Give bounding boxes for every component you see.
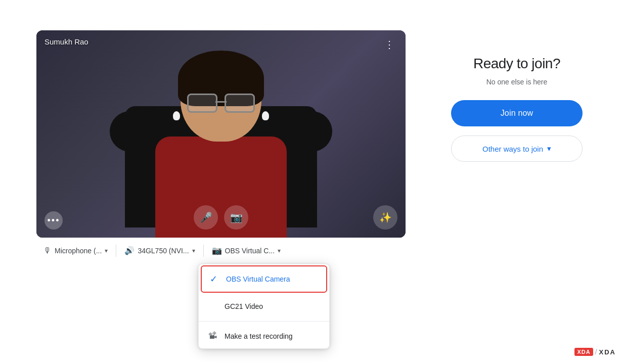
dropdown-divider — [199, 321, 329, 322]
camera-label: OBS Virtual C... — [225, 247, 275, 255]
camera-icon: 📷 — [230, 211, 243, 223]
speaker-selector[interactable]: 🔊 34GL750 (NVI... ▾ — [119, 243, 200, 258]
microphone-selector[interactable]: 🎙 Microphone (... ▾ — [38, 243, 113, 258]
camera-effects-button[interactable]: ✨ — [373, 205, 397, 230]
device-separator-2 — [203, 245, 204, 257]
camera-option-gc21-label: GC21 Video — [225, 302, 263, 310]
xda-developer-text: XDA — [599, 348, 616, 356]
main-layout: Sumukh Rao ⋮ ••• 🎤 📷 ✨ — [0, 0, 624, 364]
join-subtitle: No one else is here — [486, 78, 548, 86]
video-container: Sumukh Rao ⋮ ••• 🎤 📷 ✨ — [36, 30, 406, 238]
effects-icon: ✨ — [379, 211, 392, 223]
xda-logo: XDA / XDA — [574, 348, 616, 356]
other-ways-to-join-button[interactable]: Other ways to join ▾ — [451, 135, 583, 162]
microphone-device-icon: 🎙 — [43, 246, 52, 255]
speaker-label: 34GL750 (NVI... — [138, 247, 189, 255]
camera-option-obs-label: OBS Virtual Camera — [226, 275, 290, 283]
xda-slash: / — [595, 348, 597, 356]
join-panel: Ready to join? No one else is here Join … — [446, 30, 588, 162]
ready-to-join-title: Ready to join? — [473, 56, 560, 72]
test-recording-icon: 📽 — [208, 331, 218, 341]
camera-chevron-icon: ▾ — [278, 247, 281, 254]
device-separator-1 — [116, 245, 116, 257]
video-bottom-more-button[interactable]: ••• — [44, 211, 63, 230]
other-ways-label: Other ways to join — [482, 145, 543, 153]
camera-device-icon: 📷 — [212, 246, 222, 255]
test-recording-option[interactable]: 📽 Make a test recording — [199, 324, 329, 348]
speaker-device-icon: 🔊 — [124, 246, 135, 255]
video-more-options-button[interactable]: ⋮ — [380, 35, 398, 54]
camera-dropdown: ✓ OBS Virtual Camera ✓ GC21 Video 📽 Make… — [198, 264, 330, 349]
xda-box-text: XDA — [574, 348, 593, 356]
check-icon: ✓ — [210, 274, 220, 285]
camera-option-gc21[interactable]: ✓ GC21 Video — [199, 294, 329, 319]
speaker-chevron-icon: ▾ — [192, 247, 195, 254]
microphone-label: Microphone (... — [55, 247, 102, 255]
other-ways-chevron-icon: ▾ — [547, 144, 551, 153]
microphone-toggle-button[interactable]: 🎤 — [194, 205, 218, 230]
video-section: Sumukh Rao ⋮ ••• 🎤 📷 ✨ — [36, 30, 406, 260]
microphone-icon: 🎤 — [200, 211, 212, 223]
join-now-button[interactable]: Join now — [451, 100, 583, 126]
video-user-name: Sumukh Rao — [44, 37, 88, 46]
camera-selector[interactable]: 📷 OBS Virtual C... ▾ — [207, 243, 286, 258]
device-bar: 🎙 Microphone (... ▾ 🔊 34GL750 (NVI... ▾ … — [36, 238, 288, 260]
test-recording-label: Make a test recording — [225, 332, 293, 340]
video-controls-bar: 🎤 📷 — [194, 205, 248, 230]
camera-toggle-button[interactable]: 📷 — [224, 205, 248, 230]
dots-icon: ••• — [48, 215, 60, 226]
microphone-chevron-icon: ▾ — [105, 247, 108, 254]
camera-option-obs[interactable]: ✓ OBS Virtual Camera — [201, 265, 327, 293]
